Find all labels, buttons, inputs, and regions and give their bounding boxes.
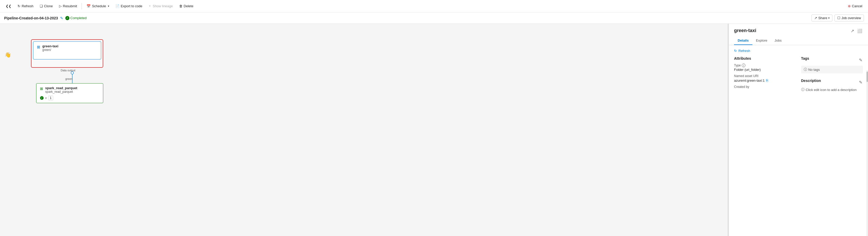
copy-uri-icon[interactable]: ⎘ <box>766 78 768 82</box>
edit-pipeline-name-icon[interactable]: ✎ <box>60 16 63 20</box>
panel-title: green-taxi <box>734 28 756 33</box>
spark-icon: ⊠ <box>40 86 43 91</box>
job-overview-icon: ☐ <box>837 16 840 20</box>
tab-explore[interactable]: Explore <box>752 36 771 45</box>
canvas-area[interactable]: 👋 ⊠ green-taxi green/ Data output green <box>0 24 727 236</box>
type-info-icon[interactable]: i <box>742 63 745 67</box>
description-heading: Description <box>801 79 821 83</box>
refresh-button[interactable]: ↻ Refresh <box>15 3 36 9</box>
spark-version-label: v <box>45 96 47 100</box>
pipeline-title: Pipeline-Created-on-04-13-2023 <box>4 16 58 20</box>
cancel-icon: ⊗ <box>848 4 851 8</box>
spark-version-value: 1 <box>48 96 53 100</box>
tags-header: Tags ✎ <box>801 56 863 63</box>
collapse-button[interactable]: ❮❮ <box>3 3 14 9</box>
green-taxi-title: green-taxi <box>42 44 58 48</box>
status-badge: ✓ Completed <box>65 16 87 20</box>
cursor-hand-icon: 👋 <box>5 52 11 58</box>
panel-split-icon[interactable]: ⬜ <box>857 28 863 34</box>
schedule-chevron-icon: ▾ <box>108 5 109 7</box>
no-tags-row: ⓘ No tags <box>801 65 863 73</box>
attributes-tags-row: Attributes Type i Folder (uri_folder) Na… <box>734 56 863 92</box>
description-info-icon: ⓘ <box>801 87 805 92</box>
panel-header: green-taxi ↗ ⬜ <box>729 24 868 34</box>
share-button[interactable]: ↗ Share ▾ <box>811 15 832 22</box>
panel-header-icons: ↗ ⬜ <box>850 28 863 34</box>
description-placeholder: ⓘ Click edit icon to add a description <box>801 87 863 92</box>
lineage-icon: ⚬ <box>148 4 151 8</box>
no-tags-info-icon: ⓘ <box>804 67 807 72</box>
panel-refresh-button[interactable]: ↻ Refresh <box>734 49 863 53</box>
svg-point-0 <box>71 72 73 74</box>
green-taxi-node-inner[interactable]: ⊠ green-taxi green/ <box>33 41 101 59</box>
tags-section: Tags ✎ ⓘ No tags Description ✎ <box>801 56 863 92</box>
green-taxi-subtitle: green/ <box>42 48 58 52</box>
green-taxi-node-content: green-taxi green/ <box>42 44 58 52</box>
edit-tags-icon[interactable]: ✎ <box>859 57 863 63</box>
status-check-icon: ✓ <box>65 16 69 20</box>
type-value: Folder (uri_folder) <box>734 68 796 72</box>
schedule-button[interactable]: 📅 Schedule ▾ <box>84 3 112 9</box>
main-area: 👋 ⊠ green-taxi green/ Data output green <box>0 24 868 236</box>
dataset-icon: ⊠ <box>37 45 40 49</box>
spark-node[interactable]: ⊠ spark_read_parquet spark_read_parquet … <box>36 83 103 103</box>
panel-body: ↻ Refresh Attributes Type i Folder (uri_… <box>729 45 868 236</box>
green-taxi-node-selected[interactable]: ⊠ green-taxi green/ <box>31 39 103 68</box>
separator-1 <box>82 3 82 9</box>
edit-description-icon[interactable]: ✎ <box>859 79 863 85</box>
description-header: Description ✎ <box>801 79 863 86</box>
clone-button[interactable]: ❑ Clone <box>37 3 56 9</box>
spark-footer: ✓ v 1 <box>40 96 99 100</box>
no-tags-text: No tags <box>808 68 820 72</box>
named-uri-value: azureml:green-taxi:1 ⎘ <box>734 78 796 82</box>
spark-title: spark_read_parquet <box>45 86 77 90</box>
clone-icon: ❑ <box>40 4 43 8</box>
delete-button[interactable]: 🗑 Delete <box>177 3 196 9</box>
resubmit-icon: ▷ <box>59 4 62 8</box>
export-icon: 📄 <box>115 4 120 8</box>
panel-scrollbar[interactable] <box>866 70 868 236</box>
cancel-button[interactable]: ⊗ Cancel <box>845 3 865 9</box>
right-panel: green-taxi ↗ ⬜ Details Explore Jobs ↻ Re… <box>728 24 868 236</box>
spark-subtitle: spark_read_parquet <box>45 90 77 94</box>
tags-heading: Tags <box>801 56 809 60</box>
description-placeholder-text: Click edit icon to add a description <box>806 88 857 92</box>
show-lineage-button[interactable]: ⚬ Show lineage <box>146 3 175 9</box>
data-output-label: Data output <box>61 69 75 72</box>
tab-jobs[interactable]: Jobs <box>771 36 785 45</box>
share-icon: ↗ <box>814 16 817 20</box>
toolbar: ❮❮ ↻ Refresh ❑ Clone ▷ Resubmit 📅 Schedu… <box>0 0 868 12</box>
share-chevron-icon: ▾ <box>828 17 830 19</box>
panel-tabs: Details Explore Jobs <box>729 36 868 45</box>
panel-refresh-icon: ↻ <box>734 49 737 53</box>
connection-green-label: green <box>65 77 72 80</box>
export-button[interactable]: 📄 Export to code <box>113 3 145 9</box>
resubmit-button[interactable]: ▷ Resubmit <box>57 3 80 9</box>
panel-expand-icon[interactable]: ↗ <box>850 28 855 34</box>
collapse-icon: ❮❮ <box>6 4 11 8</box>
refresh-icon: ↻ <box>18 4 21 8</box>
created-by-label: Created by <box>734 85 796 89</box>
spark-status-icon: ✓ <box>40 96 43 100</box>
tab-details[interactable]: Details <box>734 36 752 45</box>
job-overview-button[interactable]: ☐ Job overview <box>834 15 864 22</box>
named-uri-label: Named asset URI <box>734 74 796 78</box>
description-section: Description ✎ ⓘ Click edit icon to add a… <box>801 79 863 92</box>
breadcrumb-bar: Pipeline-Created-on-04-13-2023 ✎ ✓ Compl… <box>0 12 868 24</box>
delete-icon: 🗑 <box>179 4 183 8</box>
scrollbar-thumb <box>866 72 868 82</box>
attributes-section: Attributes Type i Folder (uri_folder) Na… <box>734 56 796 92</box>
attributes-heading: Attributes <box>734 56 796 60</box>
type-label: Type i <box>734 63 796 67</box>
schedule-icon: 📅 <box>87 4 91 8</box>
